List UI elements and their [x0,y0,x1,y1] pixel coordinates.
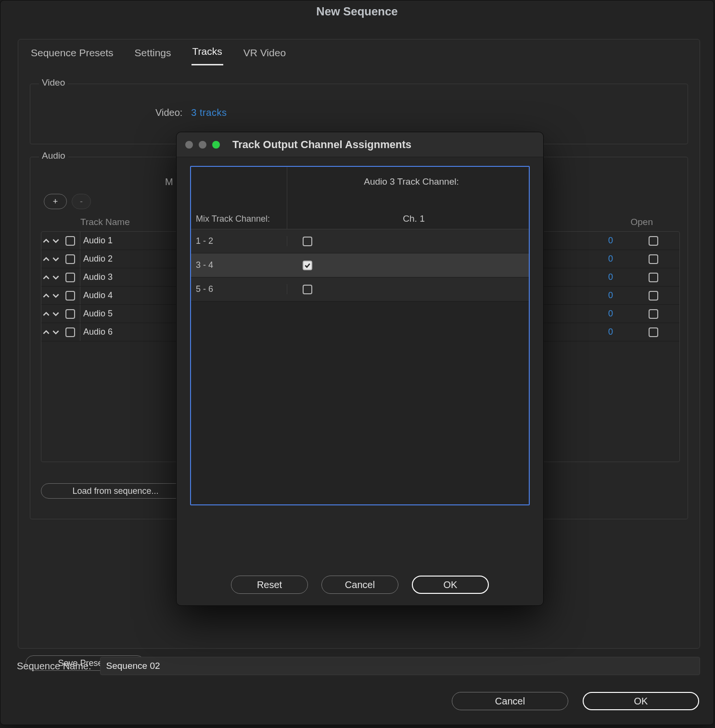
dialog-title: New Sequence [0,0,714,23]
track-pan-value[interactable]: 0 [608,309,639,319]
dialog-ok-button[interactable]: OK [583,692,699,710]
window-close-icon[interactable] [185,141,193,149]
sequence-name-label: Sequence Name: [17,661,91,672]
tab-tracks[interactable]: Tracks [192,45,223,65]
video-track-count[interactable]: 3 tracks [191,107,227,118]
track-open-checkbox[interactable] [649,327,658,337]
modal-title: Track Output Channel Assignments [232,138,411,151]
mix-channel-label: 3 - 4 [191,260,287,270]
add-track-button[interactable]: + [44,194,67,209]
tab-vr-video[interactable]: VR Video [243,46,287,65]
channel-label: Ch. 1 [398,213,424,224]
track-select-checkbox[interactable] [65,291,75,301]
track-name[interactable]: Audio 2 [80,250,186,268]
audio-partial-label: M [165,176,173,188]
channel-row[interactable]: 5 - 6 [191,277,529,301]
tab-sequence-presets[interactable]: Sequence Presets [30,46,115,65]
chevron-down-icon[interactable] [51,274,61,281]
track-name[interactable]: Audio 5 [80,305,186,323]
modal-titlebar: Track Output Channel Assignments [177,132,543,157]
tab-bar: Sequence Presets Settings Tracks VR Vide… [18,39,700,65]
mix-channel-label: 5 - 6 [191,284,287,294]
modal-button-row: Reset Cancel OK [177,576,543,594]
mix-track-channel-header: Mix Track Channel: [191,167,287,229]
dialog-cancel-button[interactable]: Cancel [452,692,568,710]
video-label: Video: [155,107,182,118]
track-name[interactable]: Audio 4 [80,287,186,304]
video-legend: Video [39,77,68,88]
chevron-up-icon[interactable] [41,311,51,317]
chevron-down-icon[interactable] [51,256,61,263]
chevron-up-icon[interactable] [41,274,51,281]
chevron-down-icon[interactable] [51,292,61,299]
channel-row[interactable]: 3 - 4 [191,253,529,277]
header-track-name: Track Name [80,217,130,227]
sequence-name-input[interactable] [100,657,700,675]
track-name[interactable]: Audio 3 [80,268,186,286]
chevron-down-icon[interactable] [51,329,61,336]
window-minimize-icon[interactable] [199,141,206,149]
header-open: Open [631,217,653,227]
track-pan-value[interactable]: 0 [608,290,639,301]
track-select-checkbox[interactable] [65,254,75,264]
track-name[interactable]: Audio 1 [80,232,186,250]
track-open-checkbox[interactable] [649,309,658,319]
track-pan-value[interactable]: 0 [608,327,639,337]
track-select-checkbox[interactable] [65,273,75,282]
load-from-sequence-button[interactable]: Load from sequence... [41,483,190,499]
chevron-up-icon[interactable] [41,292,51,299]
channel-checkbox[interactable] [303,285,312,294]
chevron-down-icon[interactable] [51,238,61,244]
modal-cancel-button[interactable]: Cancel [321,576,398,594]
track-pan-value[interactable]: 0 [608,254,639,264]
track-open-checkbox[interactable] [649,236,658,246]
track-select-checkbox[interactable] [65,236,75,246]
track-pan-value[interactable]: 0 [608,272,639,282]
track-select-checkbox[interactable] [65,309,75,319]
track-select-checkbox[interactable] [65,327,75,337]
tab-settings[interactable]: Settings [134,46,172,65]
channel-checkbox[interactable] [303,237,312,246]
modal-ok-button[interactable]: OK [412,576,489,594]
sequence-name-row: Sequence Name: [17,655,700,677]
chevron-up-icon[interactable] [41,329,51,336]
channel-checkbox[interactable] [303,261,312,270]
dialog-button-row: Cancel OK [452,692,699,710]
channel-row[interactable]: 1 - 2 [191,229,529,253]
channel-grid: Mix Track Channel: Audio 3 Track Channel… [190,166,530,505]
track-open-checkbox[interactable] [649,273,658,282]
mix-channel-label: 1 - 2 [191,236,287,246]
channel-grid-header: Mix Track Channel: Audio 3 Track Channel… [191,167,529,229]
remove-track-button[interactable]: - [72,194,91,209]
track-pan-value[interactable]: 0 [608,236,639,246]
track-open-checkbox[interactable] [649,254,658,264]
chevron-down-icon[interactable] [51,311,61,317]
modal-reset-button[interactable]: Reset [231,576,308,594]
chevron-up-icon[interactable] [41,256,51,263]
track-open-checkbox[interactable] [649,291,658,301]
chevron-up-icon[interactable] [41,238,51,244]
track-output-modal: Track Output Channel Assignments Mix Tra… [176,132,544,606]
window-maximize-icon[interactable] [212,141,220,149]
audio-legend: Audio [39,151,68,161]
audio-track-channel-header: Audio 3 Track Channel: [364,176,459,187]
track-name[interactable]: Audio 6 [80,323,186,341]
